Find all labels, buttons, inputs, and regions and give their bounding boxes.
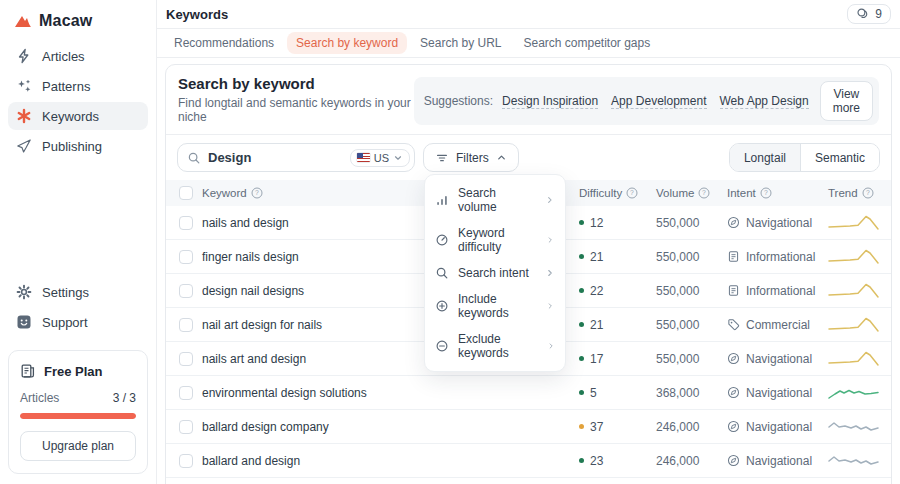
page-title: Keywords bbox=[166, 7, 228, 22]
menu-item-exclude-keywords[interactable]: Exclude keywords bbox=[425, 326, 565, 366]
row-checkbox[interactable] bbox=[179, 386, 193, 400]
row-checkbox[interactable] bbox=[179, 250, 193, 264]
suggestion-links: Design InspirationApp DevelopmentWeb App… bbox=[502, 94, 809, 109]
sidebar-item-settings[interactable]: Settings bbox=[8, 278, 148, 306]
keyword-cell[interactable]: environmental design solutions bbox=[202, 386, 579, 400]
plan-doc-icon bbox=[20, 363, 36, 379]
mode-button-semantic[interactable]: Semantic bbox=[800, 144, 879, 171]
credits-badge[interactable]: 9 bbox=[847, 4, 891, 24]
svg-text:?: ? bbox=[255, 189, 259, 196]
chevron-down-icon bbox=[393, 153, 403, 163]
row-checkbox-cell bbox=[166, 216, 202, 230]
main-content: Keywords 9 RecommendationsSearch by keyw… bbox=[157, 0, 900, 484]
svg-text:?: ? bbox=[630, 189, 634, 196]
sidebar-item-label: Support bbox=[42, 315, 88, 330]
tab-bar: RecommendationsSearch by keywordSearch b… bbox=[157, 29, 900, 58]
sidebar-nav: ArticlesPatternsKeywordsPublishing bbox=[8, 40, 148, 162]
volume-cell: 246,000 bbox=[656, 454, 727, 468]
country-code: US bbox=[374, 152, 389, 164]
panel-subtitle: Find longtail and semantic keywords in y… bbox=[178, 96, 414, 124]
navigational-icon bbox=[727, 454, 740, 467]
chevron-right-icon bbox=[545, 195, 555, 205]
menu-item-label: Exclude keywords bbox=[458, 332, 538, 360]
trend-sparkline bbox=[828, 348, 891, 370]
filters-label: Filters bbox=[456, 151, 489, 165]
keyword-search-input[interactable] bbox=[208, 150, 343, 165]
suggestion-link[interactable]: Web App Design bbox=[720, 94, 809, 109]
help-icon: ? bbox=[626, 187, 638, 199]
topbar: Keywords 9 bbox=[157, 0, 900, 29]
intent-label: Informational bbox=[746, 284, 815, 298]
row-checkbox-cell bbox=[166, 284, 202, 298]
informational-icon bbox=[727, 250, 740, 263]
difficulty-cell: 23 bbox=[579, 454, 656, 468]
sidebar-bottom-nav: SettingsSupport bbox=[8, 276, 148, 338]
chevron-up-icon bbox=[496, 152, 507, 163]
column-label: Intent bbox=[727, 187, 756, 199]
trend-sparkline bbox=[828, 450, 891, 472]
navigational-icon bbox=[727, 352, 740, 365]
difficulty-cell: 12 bbox=[579, 216, 656, 230]
row-checkbox[interactable] bbox=[179, 216, 193, 230]
credits-count: 9 bbox=[875, 7, 882, 21]
sidebar-item-patterns[interactable]: Patterns bbox=[8, 72, 148, 100]
select-all-checkbox[interactable] bbox=[179, 186, 193, 200]
country-select[interactable]: US bbox=[350, 149, 410, 167]
intent-cell: Navigational bbox=[727, 420, 828, 434]
difficulty-value: 21 bbox=[590, 318, 603, 332]
tab-search-by-keyword[interactable]: Search by keyword bbox=[287, 32, 407, 54]
row-checkbox[interactable] bbox=[179, 318, 193, 332]
sidebar-item-articles[interactable]: Articles bbox=[8, 42, 148, 70]
suggestion-link[interactable]: Design Inspiration bbox=[502, 94, 598, 109]
menu-item-search-intent[interactable]: Search intent bbox=[425, 260, 565, 286]
sidebar-item-support[interactable]: Support bbox=[8, 308, 148, 336]
intent-cell: Navigational bbox=[727, 216, 828, 230]
intent-label: Informational bbox=[746, 250, 815, 264]
keyword-cell[interactable]: ballard design company bbox=[202, 420, 579, 434]
svg-text:?: ? bbox=[866, 189, 870, 196]
intent-cell: Navigational bbox=[727, 352, 828, 366]
trend-sparkline bbox=[828, 280, 891, 302]
tab-search-by-url[interactable]: Search by URL bbox=[411, 32, 510, 54]
sidebar-item-label: Keywords bbox=[42, 109, 99, 124]
row-checkbox-cell bbox=[166, 386, 202, 400]
row-checkbox[interactable] bbox=[179, 352, 193, 366]
sidebar-item-label: Settings bbox=[42, 285, 89, 300]
sparkles-icon bbox=[16, 78, 32, 94]
menu-item-search-volume[interactable]: Search volume bbox=[425, 180, 565, 220]
mode-button-longtail[interactable]: Longtail bbox=[730, 144, 800, 171]
sidebar: Macaw ArticlesPatternsKeywordsPublishing… bbox=[0, 0, 157, 484]
suggestions-bar: Suggestions: Design InspirationApp Devel… bbox=[414, 77, 879, 125]
chevron-right-icon bbox=[546, 301, 555, 311]
view-more-button[interactable]: View more bbox=[820, 81, 873, 121]
menu-item-label: Include keywords bbox=[458, 292, 537, 320]
filters-button[interactable]: Filters bbox=[423, 143, 519, 172]
intent-label: Navigational bbox=[746, 386, 812, 400]
difficulty-value: 12 bbox=[590, 216, 603, 230]
panel-title: Search by keyword bbox=[178, 75, 414, 92]
difficulty-cell: 5 bbox=[579, 386, 656, 400]
row-checkbox[interactable] bbox=[179, 284, 193, 298]
table-row: environmental design solutions5368,000Na… bbox=[166, 376, 891, 410]
volume-cell: 550,000 bbox=[656, 352, 727, 366]
row-checkbox[interactable] bbox=[179, 454, 193, 468]
keyword-cell[interactable]: ballard and design bbox=[202, 454, 579, 468]
menu-item-keyword-difficulty[interactable]: Keyword difficulty bbox=[425, 220, 565, 260]
sidebar-item-keywords[interactable]: Keywords bbox=[8, 102, 148, 130]
menu-item-include-keywords[interactable]: Include keywords bbox=[425, 286, 565, 326]
tab-search-competitor-gaps[interactable]: Search competitor gaps bbox=[514, 32, 659, 54]
sidebar-item-publishing[interactable]: Publishing bbox=[8, 132, 148, 160]
support-icon bbox=[16, 314, 32, 330]
intent-cell: Navigational bbox=[727, 454, 828, 468]
tab-recommendations[interactable]: Recommendations bbox=[165, 32, 283, 54]
plan-progress-fill bbox=[20, 413, 136, 419]
navigational-icon bbox=[727, 216, 740, 229]
coins-icon bbox=[856, 7, 870, 21]
plan-header: Free Plan bbox=[20, 363, 136, 379]
upgrade-plan-button[interactable]: Upgrade plan bbox=[20, 431, 136, 461]
row-checkbox[interactable] bbox=[179, 420, 193, 434]
difficulty-cell: 22 bbox=[579, 284, 656, 298]
suggestion-link[interactable]: App Development bbox=[611, 94, 706, 109]
sidebar-item-label: Publishing bbox=[42, 139, 102, 154]
difficulty-value: 21 bbox=[590, 250, 603, 264]
